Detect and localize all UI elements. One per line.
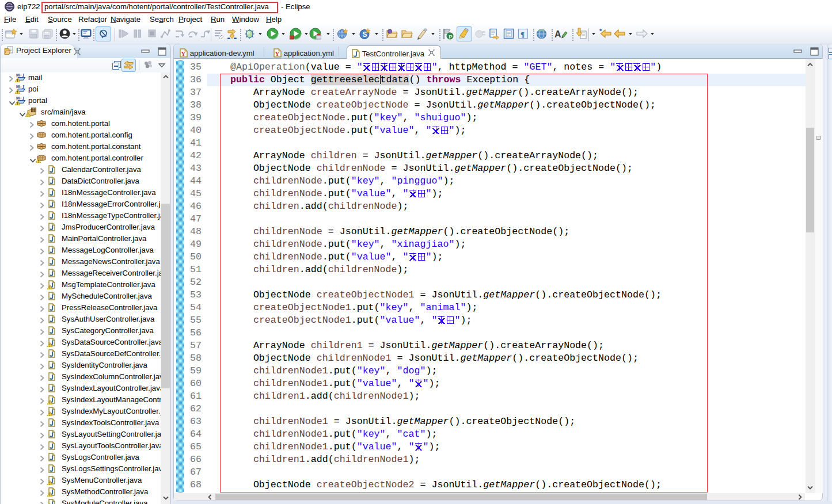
svg-text:M: M: [16, 84, 20, 89]
svg-text:M: M: [16, 96, 20, 101]
svg-text:¶: ¶: [521, 30, 525, 39]
svg-text:Y: Y: [275, 50, 280, 57]
svg-text:S: S: [363, 30, 367, 39]
svg-text:M: M: [16, 72, 20, 78]
svg-text:Y: Y: [181, 50, 186, 57]
svg-text:A: A: [554, 29, 561, 39]
svg-text:P: P: [449, 34, 453, 40]
